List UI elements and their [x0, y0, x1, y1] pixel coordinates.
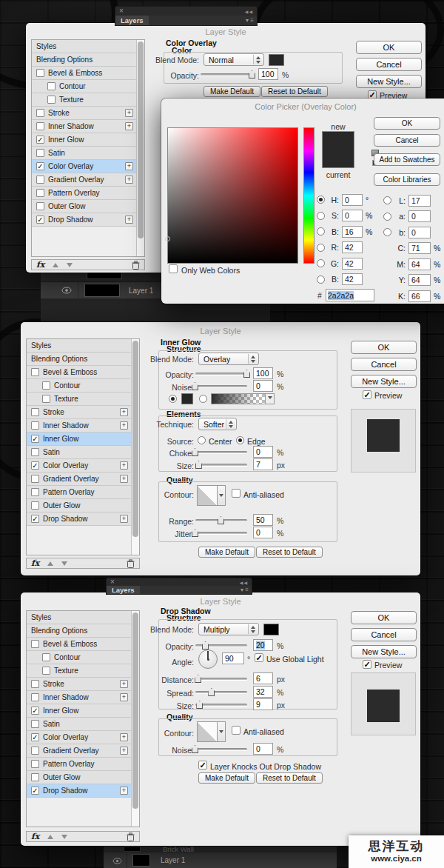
source-edge-radio[interactable]: [236, 436, 244, 444]
style-checkbox[interactable]: [42, 395, 50, 403]
make-default-button[interactable]: Make Default: [198, 772, 255, 784]
size-field[interactable]: 7: [253, 458, 273, 470]
new-style-button[interactable]: New Style...: [351, 645, 417, 658]
style-checkbox[interactable]: [47, 82, 56, 90]
contour-arrow-icon[interactable]: [218, 721, 226, 742]
layer-name[interactable]: Brick Wall: [163, 846, 194, 852]
style-item-inner-glow[interactable]: ✓Inner Glow: [32, 133, 136, 147]
reset-to-default-button[interactable]: Reset to Default: [261, 86, 328, 97]
contour-thumbnail[interactable]: [197, 721, 218, 742]
add-instance-icon[interactable]: +: [125, 162, 133, 170]
style-checkbox[interactable]: [31, 448, 39, 456]
shadow-color-swatch[interactable]: [263, 624, 279, 635]
style-item-satin[interactable]: Satin: [32, 147, 136, 160]
glow-gradient-preview[interactable]: [211, 393, 266, 404]
add-instance-icon[interactable]: +: [120, 408, 128, 416]
cp-input-B[interactable]: 16: [342, 226, 363, 238]
angle-field[interactable]: 90: [222, 652, 244, 664]
style-checkbox[interactable]: ✓: [36, 162, 44, 170]
jitter-field[interactable]: 0: [253, 527, 273, 538]
color-field-marker[interactable]: [165, 236, 170, 241]
style-checkbox[interactable]: [36, 189, 44, 197]
noise-slider[interactable]: [195, 744, 247, 754]
style-checkbox[interactable]: [36, 176, 44, 184]
trash-icon[interactable]: [132, 261, 140, 270]
style-item-pattern-overlay[interactable]: Pattern Overlay: [32, 187, 136, 200]
new-style-button[interactable]: New Style...: [356, 75, 422, 88]
cp-radio-B[interactable]: [317, 276, 325, 284]
style-item-contour[interactable]: Contour: [27, 379, 131, 393]
cp-input-R[interactable]: 42: [342, 241, 363, 253]
style-item-bevel-emboss[interactable]: Bevel & Emboss: [27, 366, 131, 379]
cp-input-H[interactable]: 0: [342, 194, 363, 206]
move-down-icon[interactable]: [61, 835, 67, 842]
glow-color-swatch[interactable]: [181, 393, 193, 404]
distance-slider[interactable]: [195, 674, 247, 684]
panel-menu-icon[interactable]: ▾ ≡: [240, 586, 252, 594]
new-style-button[interactable]: New Style...: [351, 375, 417, 388]
style-checkbox[interactable]: [42, 381, 50, 390]
cp-input-C[interactable]: 71: [408, 242, 431, 254]
style-item-stroke[interactable]: Stroke+: [27, 406, 131, 419]
move-up-icon[interactable]: [47, 832, 53, 839]
glow-color-radio[interactable]: [169, 395, 177, 403]
picker-cancel-button[interactable]: Cancel: [374, 134, 440, 147]
add-instance-icon[interactable]: +: [125, 109, 133, 117]
style-checkbox[interactable]: ✓: [31, 515, 39, 523]
hex-field[interactable]: 2a2a2a: [326, 289, 374, 301]
style-item-outer-glow[interactable]: Outer Glow: [27, 499, 131, 513]
style-checkbox[interactable]: [42, 667, 50, 675]
picker-ok-button[interactable]: OK: [374, 117, 440, 130]
style-item-inner-shadow[interactable]: Inner Shadow+: [27, 691, 131, 704]
source-center-radio[interactable]: [198, 436, 206, 444]
reset-to-default-button[interactable]: Reset to Default: [256, 547, 323, 558]
style-checkbox[interactable]: ✓: [31, 707, 39, 715]
slider-knob[interactable]: [195, 675, 201, 683]
hue-slider[interactable]: [303, 127, 314, 264]
color-libraries-button[interactable]: Color Libraries: [374, 173, 440, 186]
only-web-colors-checkbox[interactable]: [169, 264, 178, 273]
ok-button[interactable]: OK: [351, 611, 417, 624]
style-checkbox[interactable]: ✓: [36, 136, 44, 144]
style-checkbox[interactable]: [31, 773, 39, 781]
preview-checkbox[interactable]: ✓: [363, 390, 371, 399]
slider-knob[interactable]: [196, 701, 203, 709]
add-instance-icon[interactable]: +: [125, 216, 133, 224]
cp-input-G[interactable]: 42: [342, 258, 363, 270]
cp-radio-H[interactable]: [317, 196, 325, 204]
noise-field[interactable]: 0: [253, 743, 273, 755]
anti-aliased-checkbox[interactable]: [232, 489, 240, 498]
layer-name[interactable]: Layer 1: [161, 856, 185, 864]
trash-icon[interactable]: [127, 559, 135, 568]
add-instance-icon[interactable]: +: [120, 461, 128, 470]
add-instance-icon[interactable]: +: [125, 176, 133, 184]
move-down-icon[interactable]: [61, 561, 67, 569]
style-item-color-overlay[interactable]: ✓Color Overlay+: [32, 160, 136, 173]
style-item-color-overlay[interactable]: ✓Color Overlay+: [27, 731, 131, 744]
reset-to-default-button[interactable]: Reset to Default: [256, 772, 323, 784]
trash-icon[interactable]: [127, 832, 135, 841]
overlay-color-swatch[interactable]: [269, 54, 284, 66]
style-item-contour[interactable]: Contour: [32, 80, 136, 93]
style-checkbox[interactable]: ✓: [31, 733, 39, 741]
size-slider[interactable]: [195, 700, 247, 710]
add-to-swatches-button[interactable]: Add to Swatches: [374, 153, 440, 166]
opacity-slider[interactable]: [195, 641, 247, 650]
style-item-bevel-emboss[interactable]: Bevel & Emboss: [27, 638, 131, 651]
collapse-icon[interactable]: ◀◀: [245, 9, 253, 14]
opacity-field[interactable]: 100: [258, 68, 278, 80]
style-item-blending-options[interactable]: Blending Options: [27, 624, 131, 638]
ok-button[interactable]: OK: [351, 341, 417, 354]
cp-radio-R[interactable]: [317, 244, 325, 252]
style-checkbox[interactable]: [31, 501, 39, 510]
style-checkbox[interactable]: ✓: [36, 216, 44, 224]
style-item-gradient-overlay[interactable]: Gradient Overlay+: [27, 744, 131, 758]
style-checkbox[interactable]: [42, 653, 50, 661]
use-global-light-checkbox[interactable]: ✓: [255, 653, 263, 662]
cp-input-b[interactable]: 0: [408, 227, 431, 238]
collapse-icon[interactable]: ◀◀: [240, 580, 248, 585]
distance-field[interactable]: 6: [253, 672, 273, 684]
move-up-icon[interactable]: [47, 558, 53, 566]
style-item-texture[interactable]: Texture: [27, 393, 131, 406]
layer-name[interactable]: Layer 1: [129, 287, 153, 295]
